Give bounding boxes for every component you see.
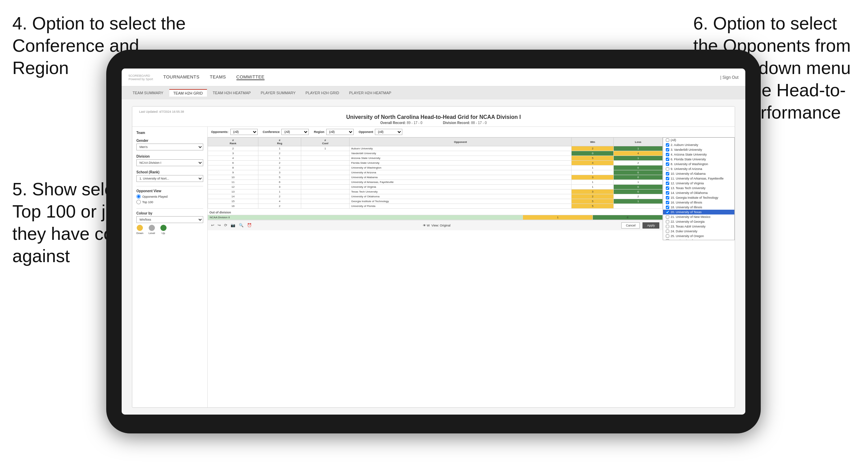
school-select[interactable]: 1. University of Nort... bbox=[136, 175, 203, 182]
td-loss: 4 bbox=[614, 151, 663, 156]
radio-opponents-played[interactable]: Opponents Played bbox=[136, 194, 203, 199]
td-win: 3 bbox=[572, 189, 614, 194]
radio-top100[interactable]: Top 100 bbox=[136, 200, 203, 204]
td-reg: 2 bbox=[258, 151, 301, 156]
subnav-player-h2h-grid[interactable]: PLAYER H2H GRID bbox=[302, 89, 343, 96]
table-row: 9 3 University of Arizona 1 0 bbox=[208, 170, 663, 175]
opponent-dropdown-item[interactable]: (All) bbox=[663, 138, 734, 143]
td-opponent: Auburn University bbox=[349, 146, 572, 151]
td-conf bbox=[301, 165, 349, 170]
td-conf bbox=[301, 185, 349, 189]
subnav-team-summary[interactable]: TEAM SUMMARY bbox=[129, 89, 168, 96]
table-row: 16 2 University of Florida 5 bbox=[208, 204, 663, 209]
td-reg: 1 bbox=[258, 146, 301, 151]
sidebar-school-section: School (Rank) 1. University of Nort... bbox=[136, 170, 203, 182]
gender-select[interactable]: Men's bbox=[136, 144, 203, 150]
td-win: 1 bbox=[572, 185, 614, 189]
tablet-screen: 5COREBOARD Powered by Sport TOURNAMENTS … bbox=[122, 69, 745, 415]
cancel-button[interactable]: Cancel bbox=[621, 222, 640, 229]
td-opponent: Georgia Institute of Technology bbox=[349, 199, 572, 204]
table-row: 15 4 Georgia Institute of Technology 5 1 bbox=[208, 199, 663, 204]
zoom-icon[interactable]: 🔍 bbox=[239, 223, 244, 228]
opponent-dropdown-item[interactable]: 8. University of Washington bbox=[663, 162, 734, 167]
opponent-dropdown-item[interactable]: 3. Vanderbilt University bbox=[663, 147, 734, 152]
subnav-player-h2h-heatmap[interactable]: PLAYER H2H HEATMAP bbox=[345, 89, 395, 96]
opponent-dropdown-item[interactable]: 13. Texas Tech University bbox=[663, 186, 734, 191]
opponent-dropdown-item[interactable]: 22. University of Georgia bbox=[663, 219, 734, 224]
opponent-dropdown-item[interactable]: 2. Auburn University bbox=[663, 143, 734, 147]
dot-level: Level bbox=[148, 225, 155, 235]
view-label: 👁 W View: Original bbox=[423, 224, 450, 227]
opponent-dropdown-item[interactable]: 27. University of Notre Dame bbox=[663, 238, 734, 240]
subnav-h2h-heatmap[interactable]: TEAM H2H HEATMAP bbox=[209, 89, 255, 96]
td-reg: 2 bbox=[258, 165, 301, 170]
td-conf bbox=[301, 151, 349, 156]
modal-buttons: Cancel Apply bbox=[621, 222, 659, 229]
td-loss: 0 bbox=[614, 165, 663, 170]
opponent-dropdown-item[interactable]: 25. University of Oregon bbox=[663, 234, 734, 238]
conference-filter-select[interactable]: (All) bbox=[281, 129, 309, 135]
camera-icon[interactable]: 📷 bbox=[231, 223, 235, 228]
nav-sign-out[interactable]: | Sign Out bbox=[720, 75, 738, 80]
opponent-dropdown-item[interactable]: 21. University of New Mexico bbox=[663, 214, 734, 219]
nav-committee[interactable]: COMMITTEE bbox=[236, 74, 265, 80]
main-content: Last Updated: 4/7/2024 16:55:38 Universi… bbox=[122, 99, 745, 415]
td-opponent: University of Florida bbox=[349, 204, 572, 209]
region-filter-select[interactable]: (All) bbox=[326, 129, 354, 135]
clock-icon[interactable]: ⏰ bbox=[247, 223, 252, 228]
table-row: 10 5 University of Alabama 3 0 bbox=[208, 175, 663, 180]
opponent-dropdown-item[interactable]: 6. Florida State University bbox=[663, 157, 734, 162]
redo-icon[interactable]: ↪ bbox=[218, 223, 221, 228]
opponent-filter-select[interactable]: (All) bbox=[375, 129, 402, 135]
td-conf bbox=[301, 180, 349, 185]
refresh-icon[interactable]: ⟳ bbox=[224, 223, 227, 228]
td-opponent: Texas Tech University bbox=[349, 189, 572, 194]
table-row: 8 2 University of Washington 1 0 bbox=[208, 165, 663, 170]
opponent-dropdown-item[interactable]: 4. Arizona State University bbox=[663, 152, 734, 157]
left-sidebar: Team Gender Men's Division NCAA Division bbox=[132, 127, 208, 407]
opponent-dropdown-item[interactable]: 16. University of Illinois bbox=[663, 200, 734, 205]
td-loss bbox=[614, 204, 663, 209]
undo-icon[interactable]: ↩ bbox=[211, 223, 214, 228]
nav-tournaments[interactable]: TOURNAMENTS bbox=[163, 74, 200, 80]
td-rank: 11 bbox=[208, 180, 258, 185]
opponent-dropdown-item[interactable]: 15. Georgia Institute of Technology bbox=[663, 195, 734, 200]
table-row: 13 1 Texas Tech University 3 0 bbox=[208, 189, 663, 194]
td-loss: 0 bbox=[614, 175, 663, 180]
td-rank: 3 bbox=[208, 151, 258, 156]
sidebar-school-label: School (Rank) bbox=[136, 170, 203, 174]
sidebar-division-section: Division NCAA Division I bbox=[136, 155, 203, 166]
opponent-dropdown-item[interactable]: 23. Texas A&M University bbox=[663, 224, 734, 229]
opponent-dropdown-item[interactable]: 10. University of Alabama bbox=[663, 171, 734, 176]
table-row: 4 1 Arizona State University 5 1 bbox=[208, 156, 663, 161]
opponent-dropdown-item[interactable]: 12. University of Virginia bbox=[663, 181, 734, 186]
td-conf bbox=[301, 170, 349, 175]
opponent-dropdown-item[interactable]: 9. University of Arizona bbox=[663, 167, 734, 171]
opponent-view-label: Opponent View bbox=[136, 189, 203, 193]
td-reg: 2 bbox=[258, 194, 301, 199]
colour-by-select[interactable]: Win/loss bbox=[136, 216, 203, 223]
subnav-player-summary[interactable]: PLAYER SUMMARY bbox=[257, 89, 300, 96]
td-loss: 1 bbox=[614, 180, 663, 185]
opponent-dropdown-item[interactable]: 18. University of Illinois bbox=[663, 205, 734, 210]
opponent-dropdown-item[interactable]: 20. University of Texas bbox=[663, 210, 734, 214]
apply-button[interactable]: Apply bbox=[643, 222, 659, 229]
data-table: #Rank #Reg #Conf Opponent Win Loss bbox=[208, 137, 663, 209]
opponent-dropdown-item[interactable]: 11. University of Arkansas, Fayetteville bbox=[663, 176, 734, 181]
td-reg: 4 bbox=[258, 199, 301, 204]
nav-logo: 5COREBOARD Powered by Sport bbox=[129, 74, 153, 81]
opponent-dropdown-item[interactable]: 14. University of Oklahoma bbox=[663, 191, 734, 195]
td-reg: 3 bbox=[258, 170, 301, 175]
subnav-h2h-grid[interactable]: TEAM H2H GRID bbox=[169, 89, 207, 97]
opponents-filter-select[interactable]: (All) bbox=[230, 129, 258, 135]
nav-teams[interactable]: TEAMS bbox=[210, 74, 226, 80]
opponent-dropdown-item[interactable]: 24. Duke University bbox=[663, 229, 734, 234]
table-dropdown-row: #Rank #Reg #Conf Opponent Win Loss bbox=[208, 137, 735, 407]
table-area: #Rank #Reg #Conf Opponent Win Loss bbox=[208, 137, 663, 407]
division-select[interactable]: NCAA Division I bbox=[136, 159, 203, 166]
table-row: 14 2 University of Oklahoma 2 2 bbox=[208, 194, 663, 199]
opponents-dropdown[interactable]: (All)2. Auburn University3. Vanderbilt U… bbox=[663, 137, 735, 240]
td-rank: 16 bbox=[208, 204, 258, 209]
td-rank: 12 bbox=[208, 185, 258, 189]
td-win: 3 bbox=[572, 175, 614, 180]
